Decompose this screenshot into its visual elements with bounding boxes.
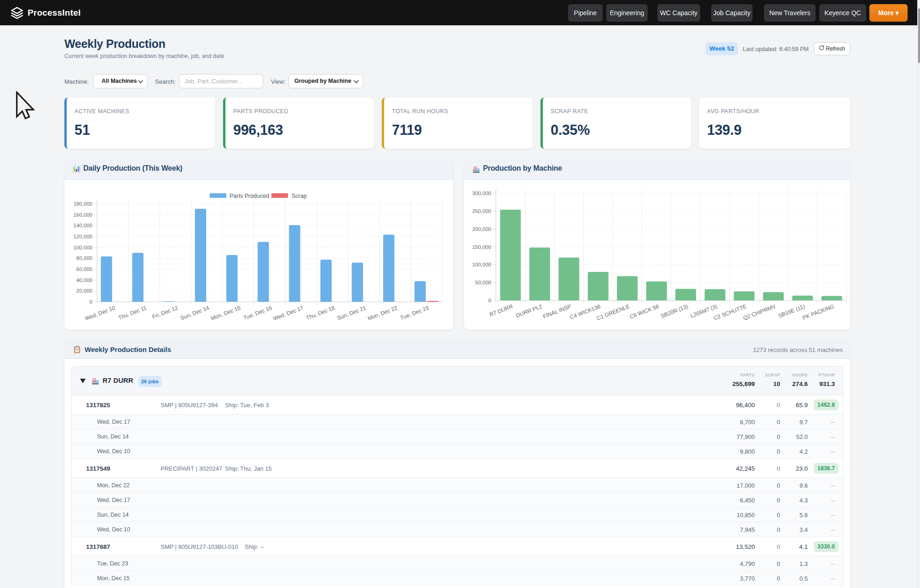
svg-text:160,000: 160,000 [73,212,92,218]
svg-text:Thu, Dec 18: Thu, Dec 18 [305,305,335,322]
svg-text:Mon, Dec 22: Mon, Dec 22 [367,305,398,322]
svg-text:SB16E (11): SB16E (11) [777,303,806,319]
svg-text:Parts Produced: Parts Produced [230,193,269,199]
svg-text:Mon, Dec 15: Mon, Dec 15 [210,305,242,322]
svg-text:300,000: 300,000 [472,190,491,196]
svg-text:180,000: 180,000 [73,201,92,207]
svg-text:Sun, Dec 14: Sun, Dec 14 [179,305,210,322]
svg-text:R7 DURR: R7 DURR [489,303,514,318]
svg-text:50,000: 50,000 [475,280,491,285]
svg-text:250,000: 250,000 [472,208,491,214]
svg-text:80,000: 80,000 [76,255,92,261]
svg-text:60,000: 60,000 [76,266,92,272]
svg-text:20,000: 20,000 [76,288,92,294]
svg-text:C1 GREENLE: C1 GREENLE [596,303,631,322]
svg-text:Q2 CHIPRMV: Q2 CHIPRMV [742,303,777,322]
svg-text:Scrap: Scrap [292,193,307,199]
svg-text:100,000: 100,000 [73,245,92,250]
svg-text:Fri, Dec 12: Fri, Dec 12 [151,305,179,320]
svg-text:100,000: 100,000 [472,262,491,267]
svg-text:PK PACKING: PK PACKING [802,303,835,321]
svg-text:0: 0 [489,298,491,303]
svg-text:200,000: 200,000 [472,226,491,232]
svg-text:Thu, Dec 11: Thu, Dec 11 [117,305,148,321]
svg-text:120,000: 120,000 [73,234,92,239]
svg-text:Wed, Dec 10: Wed, Dec 10 [84,305,116,322]
svg-text:DURR PL2: DURR PL2 [515,303,543,319]
svg-text:Tue, Dec 16: Tue, Dec 16 [242,305,273,321]
svg-text:C2 SCHUTTE: C2 SCHUTTE [713,303,748,322]
svg-text:Sun, Dec 21: Sun, Dec 21 [336,305,367,322]
svg-text:Wed, Dec 17: Wed, Dec 17 [272,305,305,322]
svg-text:140,000: 140,000 [73,223,92,228]
svg-text:150,000: 150,000 [472,244,491,250]
svg-text:FINAL INSP: FINAL INSP [542,303,572,320]
svg-text:40,000: 40,000 [76,277,92,283]
svg-text:SB20R (13): SB20R (13) [660,303,689,320]
svg-text:0: 0 [90,299,92,305]
svg-text:C6 WICK 58: C6 WICK 58 [629,303,660,320]
svg-text:Tue, Dec 23: Tue, Dec 23 [399,305,430,321]
